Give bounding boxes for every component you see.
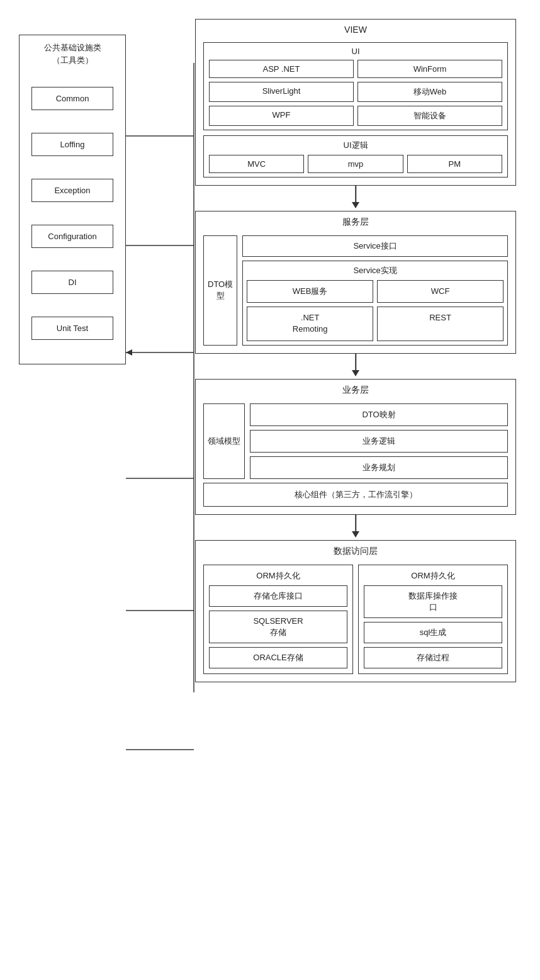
sidebar-item-di: DI [31,271,113,294]
business-right: DTO映射 业务逻辑 业务规划 [250,403,508,479]
core-components: 核心组件（第三方，工作流引擎） [203,483,508,507]
dal-left-item-1: SQLSERVER存储 [209,611,347,643]
ui-section-title: UI [209,47,502,56]
service-impl-remoting: .NETRemoting [247,307,373,341]
business-title: 业务层 [196,380,515,398]
sidebar-item-loffing: Loffing [31,133,113,156]
ui-section: UI ASP .NET WinForm SliverLight 移动Web WP… [203,42,508,130]
service-impl-grid: WEB服务 WCF .NETRemoting REST [247,280,503,341]
right-content: VIEW UI ASP .NET WinForm SliverLight 移动W… [195,19,516,682]
business-content: 领域模型 DTO映射 业务逻辑 业务规划 核心组件（第三方，工作流引擎） [196,398,515,514]
dal-layer: 数据访问层 ORM持久化 存储仓库接口 SQLSERVER存储 ORACLE存储… [195,540,516,683]
service-right: Service接口 Service实现 WEB服务 WCF .NETRemoti… [242,235,508,346]
ui-item-smartdevice: 智能设备 [357,106,502,126]
ui-grid: ASP .NET WinForm SliverLight 移动Web WPF 智… [209,60,502,126]
sidebar-item-configuration: Configuration [31,225,113,248]
sidebar-title: 公共基础设施类（工具类） [44,42,101,66]
service-content: DTO模型 Service接口 Service实现 WEB服务 WCF .NET… [196,230,515,353]
dal-title: 数据访问层 [196,541,515,560]
ui-logic-title: UI逻辑 [209,140,502,151]
service-impl-rest: REST [377,307,503,341]
business-dto: DTO映射 [250,403,508,426]
view-title: VIEW [196,20,515,37]
business-inner: 领域模型 DTO映射 业务逻辑 业务规划 [203,403,508,479]
ui-logic-pm: PM [407,155,502,173]
sidebar-item-unittest: Unit Test [31,317,113,340]
dal-left-item-0: 存储仓库接口 [209,585,347,607]
dal-right-item-0: 数据库操作接口 [364,585,502,618]
business-logic: 业务逻辑 [250,430,508,453]
diagram-container: 公共基础设施类（工具类） Common Loffing Exception Co… [0,0,540,980]
ui-logic-section: UI逻辑 MVC mvp PM [203,135,508,177]
ui-item-winform: WinForm [357,60,502,78]
service-impl-title: Service实现 [247,265,503,276]
arrow-service-to-business [195,354,516,379]
svg-marker-4 [126,349,132,356]
ui-item-silverlight: SliverLight [209,82,354,102]
arrow-business-to-dal [195,515,516,540]
view-layer: VIEW UI ASP .NET WinForm SliverLight 移动W… [195,19,516,186]
view-content: UI ASP .NET WinForm SliverLight 移动Web WP… [196,37,515,185]
service-inner: DTO模型 Service接口 Service实现 WEB服务 WCF .NET… [203,235,508,346]
dto-box: DTO模型 [203,235,237,346]
service-impl-wcf: WCF [377,280,503,303]
sidebar-title-text: 公共基础设施类（工具类） [44,43,101,65]
service-interface: Service接口 [242,235,508,257]
ui-item-mobileweb: 移动Web [357,82,502,102]
domain-box: 领域模型 [203,403,245,479]
dal-content: ORM持久化 存储仓库接口 SQLSERVER存储 ORACLE存储 ORM持久… [196,560,515,682]
dal-grid: ORM持久化 存储仓库接口 SQLSERVER存储 ORACLE存储 ORM持久… [203,565,508,675]
ui-logic-grid: MVC mvp PM [209,155,502,173]
dal-right-column: ORM持久化 数据库操作接口 sql生成 存储过程 [358,565,508,675]
dal-right-item-1: sql生成 [364,622,502,643]
dal-right-item-2: 存储过程 [364,647,502,668]
dal-right-title: ORM持久化 [364,570,502,582]
ui-logic-mvc: MVC [209,155,304,173]
ui-item-wpf: WPF [209,106,354,126]
business-planning: 业务规划 [250,456,508,479]
service-impl-webservice: WEB服务 [247,280,373,303]
left-sidebar: 公共基础设施类（工具类） Common Loffing Exception Co… [19,35,126,364]
arrow-view-to-service [195,186,516,211]
business-layer: 业务层 领域模型 DTO映射 业务逻辑 业务规划 核心组件（第三方，工作流引擎） [195,379,516,515]
service-impl-section: Service实现 WEB服务 WCF .NETRemoting REST [242,261,508,346]
dal-left-title: ORM持久化 [209,570,347,582]
sidebar-item-common: Common [31,87,113,110]
ui-logic-mvp: mvp [308,155,403,173]
dal-left-item-2: ORACLE存储 [209,647,347,668]
sidebar-item-exception: Exception [31,179,113,202]
ui-item-aspnet: ASP .NET [209,60,354,78]
dal-left-column: ORM持久化 存储仓库接口 SQLSERVER存储 ORACLE存储 [203,565,353,675]
service-title: 服务层 [196,211,515,230]
service-layer: 服务层 DTO模型 Service接口 Service实现 WEB服务 WCF … [195,211,516,354]
